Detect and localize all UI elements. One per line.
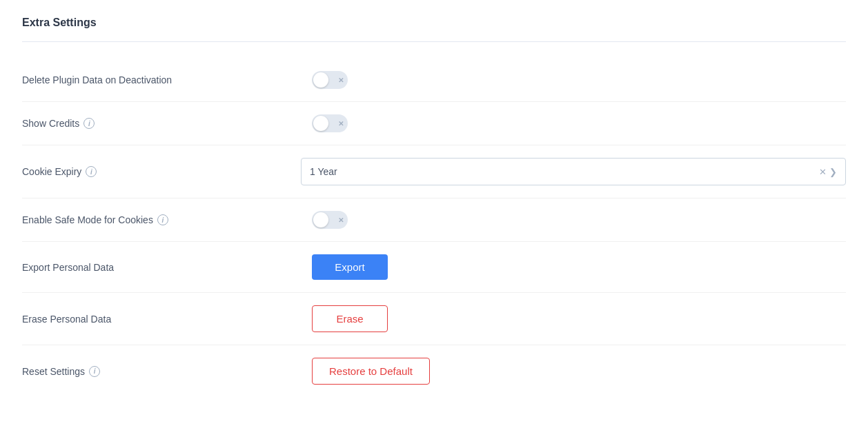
label-text-show-credits: Show Credits	[22, 118, 79, 129]
toggle-x-icon: ✕	[338, 77, 344, 84]
toggle-delete-plugin-data[interactable]: ✕	[312, 71, 348, 89]
export-button[interactable]: Export	[312, 254, 388, 280]
label-text-reset-settings: Reset Settings	[22, 366, 85, 377]
select-icons: ✕ ❯	[819, 167, 837, 177]
label-text-cookie-expiry: Cookie Expiry	[22, 166, 81, 177]
control-safe-mode: ✕	[312, 211, 846, 229]
info-icon-show-credits: i	[83, 118, 95, 129]
erase-button[interactable]: Erase	[312, 305, 388, 332]
control-erase-personal-data: Erase	[312, 305, 846, 332]
setting-row-delete-plugin-data: Delete Plugin Data on Deactivation ✕	[22, 59, 846, 102]
section-divider	[22, 41, 846, 42]
info-icon-reset-settings: i	[89, 366, 100, 377]
toggle-thumb-safe-mode	[313, 212, 328, 227]
label-text-export-personal-data: Export Personal Data	[22, 262, 114, 273]
toggle-thumb	[313, 72, 328, 88]
select-chevron-icon: ❯	[829, 167, 837, 177]
control-cookie-expiry: 1 Year ✕ ❯	[301, 158, 846, 185]
cookie-expiry-value: 1 Year	[310, 166, 337, 177]
label-text-delete-plugin-data: Delete Plugin Data on Deactivation	[22, 74, 172, 85]
label-export-personal-data: Export Personal Data	[22, 262, 312, 273]
control-show-credits: ✕	[312, 114, 846, 132]
label-erase-personal-data: Erase Personal Data	[22, 314, 312, 325]
toggle-x-icon-show-credits: ✕	[338, 120, 344, 128]
toggle-safe-mode[interactable]: ✕	[312, 211, 348, 229]
setting-row-reset-settings: Reset Settings i Restore to Default	[22, 345, 846, 397]
info-icon-cookie-expiry: i	[86, 166, 97, 177]
setting-row-safe-mode: Enable Safe Mode for Cookies i ✕	[22, 198, 846, 242]
toggle-track-show-credits: ✕	[312, 114, 348, 132]
select-wrapper-cookie-expiry: 1 Year ✕ ❯	[301, 158, 846, 185]
label-show-credits: Show Credits i	[22, 118, 312, 129]
toggle-show-credits[interactable]: ✕	[312, 114, 348, 132]
section-title: Extra Settings	[22, 17, 846, 29]
select-clear-icon[interactable]: ✕	[819, 167, 827, 177]
control-export-personal-data: Export	[312, 254, 846, 280]
settings-container: Extra Settings Delete Plugin Data on Dea…	[0, 0, 868, 414]
setting-row-cookie-expiry: Cookie Expiry i 1 Year ✕ ❯	[22, 145, 846, 198]
restore-default-button[interactable]: Restore to Default	[312, 358, 430, 385]
toggle-thumb-show-credits	[313, 116, 328, 131]
info-icon-safe-mode: i	[157, 214, 168, 225]
label-text-erase-personal-data: Erase Personal Data	[22, 314, 111, 325]
label-text-safe-mode: Enable Safe Mode for Cookies	[22, 214, 153, 225]
setting-row-export-personal-data: Export Personal Data Export	[22, 242, 846, 293]
control-reset-settings: Restore to Default	[312, 358, 846, 385]
toggle-track-safe-mode: ✕	[312, 211, 348, 229]
label-delete-plugin-data: Delete Plugin Data on Deactivation	[22, 74, 312, 85]
label-cookie-expiry: Cookie Expiry i	[22, 166, 301, 177]
toggle-x-icon-safe-mode: ✕	[338, 216, 344, 224]
label-safe-mode: Enable Safe Mode for Cookies i	[22, 214, 312, 225]
cookie-expiry-select[interactable]: 1 Year ✕ ❯	[301, 158, 846, 185]
control-delete-plugin-data: ✕	[312, 71, 846, 89]
toggle-track: ✕	[312, 71, 348, 89]
setting-row-show-credits: Show Credits i ✕	[22, 102, 846, 145]
setting-row-erase-personal-data: Erase Personal Data Erase	[22, 293, 846, 345]
label-reset-settings: Reset Settings i	[22, 366, 312, 377]
